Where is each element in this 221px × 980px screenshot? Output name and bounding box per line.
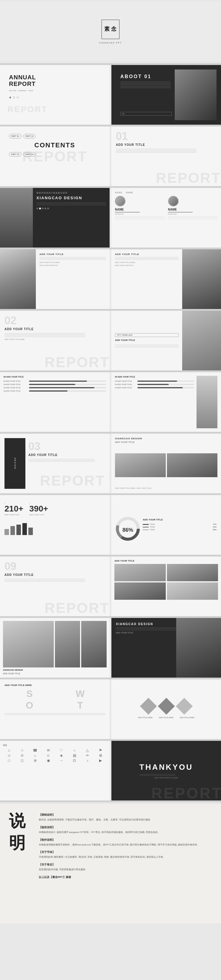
number-large: 01 xyxy=(116,131,216,142)
svg-rect-1 xyxy=(10,526,15,535)
icon-grid: ⌂ ☆ ☎ ✉ ♡ ○ △ ⚑ ◇ ⊙ ⌕ ☺ ◈ ▤ ✏ ⊞ □ ◻ ⊛ ◉ … xyxy=(3,748,107,763)
slide-about: ABOOT 01 01 xyxy=(111,65,221,125)
role-1: POSITION xyxy=(115,213,165,215)
pie-title: ADD YOUR TITLE xyxy=(143,518,216,521)
design-photo xyxy=(0,188,33,248)
brand-name: XIANGCAO PPT xyxy=(99,42,122,44)
icon-chart: ▤ xyxy=(68,753,81,757)
icon-arrow: → xyxy=(55,759,67,763)
slide-add-title-photo-l: ADD YOUR TITLE ADD YOUR TITLE HEREADD YO… xyxy=(0,249,110,309)
slide-stats: / 210+ ADD YOUR TITLE / 390+ ADD YOUR TI… xyxy=(0,495,110,555)
desc-text-4: 字体用到的有 微软雅黑 / 方正标雅宋, 黑/仿宋, 宋体, 正标黑体, 楷体.… xyxy=(39,855,212,859)
add-title: ADD YOUR TITLE xyxy=(116,143,216,146)
photo-title-r: ADD YOUR TITLE xyxy=(115,253,179,256)
design-subtitle: 素材内容请自行更改配合使用 xyxy=(37,191,106,194)
desc-heading-6: 以上以及【素念PPT】谢谢 xyxy=(39,875,212,879)
slide-name-cards: NAME NAME NAME POSITION NAME xyxy=(111,188,221,248)
desc-section-2: 【版权说明】 本模板原创设计, 版权归属于xiangazao PPT所有。PPT… xyxy=(39,826,212,834)
photo-subtitle-l: ADD YOUR TITLE HEREADD YOUR SUBTITLE xyxy=(39,261,106,267)
name-2: NAME xyxy=(168,208,218,211)
svg-rect-0 xyxy=(5,529,9,535)
icon-star: ☆ xyxy=(16,748,28,752)
annual-title-1: ANNUAL xyxy=(9,74,101,81)
slide-thankyou: REPORT THANKYOU ADD YOUR SUBTITLE HERE xyxy=(111,741,221,800)
desc-section-4: 【关于字体】 字体用到的有 微软雅黑 / 方正标雅宋, 黑/仿宋, 宋体, 正标… xyxy=(39,850,212,859)
avatar-1 xyxy=(115,196,125,206)
desc-chinese-col: 说明 xyxy=(9,810,33,883)
photo-subtitle-r: ADD YOUR TITLE HEREADD YOUR SUBTITLE xyxy=(115,261,179,267)
swot-s: S xyxy=(5,688,54,699)
icon-heart: ♡ xyxy=(55,748,67,752)
icon-camera: ⊡ xyxy=(68,759,81,763)
progress-right-content: IN ADD YOUR TITLE IN ADD YOUR TITLE IN A… xyxy=(115,376,194,428)
diamond-labels: ADD TITLE HERE ADD TITLE HERE ADD TITLE … xyxy=(116,717,216,718)
slide-contents: REPORT PART 01 PART 02 CONTENTS PART 03 … xyxy=(0,126,110,186)
slide03-content: REPORT 03 ADD YOUR TITLE xyxy=(26,438,105,489)
about-number: 01 xyxy=(120,112,172,116)
slide-dark-xiangcao: XIANGCAO DESIGN ADD YOUR TITLE xyxy=(111,618,221,678)
photo-right xyxy=(182,249,221,309)
desc-text-3: 本模板使用微软雅黑字体制作，请到microsoft.com下载安装。若PPT工程… xyxy=(39,843,212,847)
icon-music: ♪ xyxy=(82,759,94,763)
thankyou-bg-text: REPORT xyxy=(151,785,221,800)
ppt-subtitle: ADD YOUR TITLE xyxy=(115,339,179,342)
ppt-label: PPT TEMPLATE xyxy=(115,333,179,337)
icon-video: ▶ xyxy=(94,759,107,763)
icon-folder: ◻ xyxy=(16,759,28,763)
dark-content: XIANGCAO DESIGN ADD YOUR TITLE xyxy=(111,618,221,638)
icon-search: ⌕ xyxy=(29,753,42,757)
name-columns: NAME POSITION NAME POSITION xyxy=(115,196,218,220)
name-col-1: NAME POSITION xyxy=(115,196,165,220)
icon-clock: ○ xyxy=(68,748,81,752)
slide-03: DESIGN REPORT 03 ADD YOUR TITLE xyxy=(0,434,110,493)
icon-gear: ⊙ xyxy=(16,753,28,757)
slide-row-11: XIANGCAO DESIGN ADD YOUR TITLE XIANGCAO … xyxy=(0,618,221,678)
photo-title-l: ADD YOUR TITLE xyxy=(39,253,106,256)
svg-rect-3 xyxy=(22,523,27,535)
desc-text-5: 若您遇到技术问题, 可联系客服进行售后服务. xyxy=(39,868,212,872)
slide-row-8: DESIGN REPORT 03 ADD YOUR TITLE XIANGCAO… xyxy=(0,434,221,493)
slide-row-10: REPORT 09 ADD YOUR TITLE ADD YOUR TITLE xyxy=(0,557,221,616)
part-01: PART 01 xyxy=(9,134,21,138)
slide-description: 说明 【限制说明】 购买后, 全版权商用授权, 下载后可以修改字体、图片、颜色、… xyxy=(0,804,221,923)
number-02: 02 xyxy=(5,315,105,326)
stats-container: / 210+ ADD YOUR TITLE / 390+ ADD YOUR TI… xyxy=(5,503,105,515)
icon-file: □ xyxy=(3,759,15,763)
design-dots xyxy=(37,208,106,209)
progress-row-4: IN ADD YOUR TITLE xyxy=(3,390,106,392)
progress-title-r: IN ADD YOUR TITLE xyxy=(115,376,194,378)
annual-dots: ● ○ ○ xyxy=(9,95,101,100)
slide-photo-collage: XIANGCAO DESIGN ADD YOUR TITLE xyxy=(0,618,110,678)
desc-text-1: 购买后, 全版权商用授权, 下载后可以修改字体、图片、颜色、文案、元素等, 可以… xyxy=(39,818,212,822)
avatar-2 xyxy=(168,196,179,206)
progress-photo xyxy=(197,376,218,428)
desc-content: 【限制说明】 购买后, 全版权商用授权, 下载后可以修改字体、图片、颜色、文案、… xyxy=(39,810,212,883)
dark-title: ADD YOUR TITLE xyxy=(116,632,216,634)
slide-progress-left: IN ADD YOUR TITLE IN ADD YOUR TITLE IN A… xyxy=(0,372,110,432)
slide-row-12: ADD YOUR TITLE HERE S W O T ADD TITLE HE… xyxy=(0,679,221,739)
stat-number-1: 210+ xyxy=(5,504,23,513)
slide-ppt-template: PPT TEMPLATE ADD YOUR TITLE xyxy=(111,311,221,371)
name-1: NAME xyxy=(115,208,165,211)
swot-title: ADD YOUR TITLE HERE xyxy=(5,684,105,687)
slide-title: 素 念 XIANGCAO PPT xyxy=(0,2,221,61)
icon-bell: ◉ xyxy=(42,759,54,763)
desc-section-3: 【制作说明】 本模板使用微软雅黑字体制作，请到microsoft.com下载安装… xyxy=(39,838,212,847)
swot-w: W xyxy=(55,688,106,699)
name-lines-2 xyxy=(168,216,218,219)
slide-icons: 报告 ⌂ ☆ ☎ ✉ ♡ ○ △ ⚑ ◇ ⊙ ⌕ ☺ ◈ ▤ ✏ ⊞ □ ◻ ⊛… xyxy=(0,741,110,800)
part-04: PART 04 xyxy=(23,152,36,157)
slide-row-3: REPORT PART 01 PART 02 CONTENTS PART 03 … xyxy=(0,126,221,186)
swot-grid: S W O T xyxy=(5,688,105,711)
parts-container: PART 01 PART 02 CONTENTS PART 03 PART 04 xyxy=(9,134,101,157)
annual-title-2: REPORT xyxy=(9,81,101,87)
design-content: 素材内容请自行更改配合使用 XIANGCAO DESIGN xyxy=(33,188,110,248)
title-box: 素 念 xyxy=(101,20,120,39)
divider xyxy=(0,800,221,802)
stat-label-2: ADD YOUR TITLE xyxy=(29,514,48,515)
pie-legend: ADD YOUR TITLE TITLE 75% TITLE 50% TITLE… xyxy=(143,518,216,531)
pie-container: 86% xyxy=(116,517,140,533)
ppt-template-content: PPT TEMPLATE ADD YOUR TITLE xyxy=(111,311,182,371)
collage-title: ADD YOUR TITLE xyxy=(3,673,107,675)
role-2: POSITION xyxy=(168,213,218,215)
